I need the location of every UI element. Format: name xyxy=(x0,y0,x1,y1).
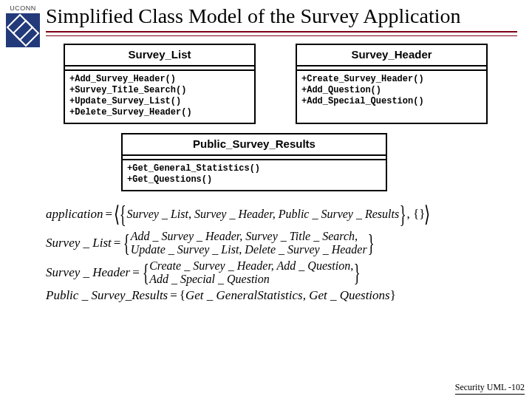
class-name: Survey_List xyxy=(65,45,254,66)
uml-center-row: Public_Survey_Results +Get_General_Stati… xyxy=(46,129,532,199)
footer-text: Security UML -102 xyxy=(455,382,525,395)
formula-eq: = xyxy=(112,236,123,250)
brace-right-icon: } xyxy=(354,260,361,285)
brace-left-icon: { xyxy=(120,202,126,227)
uml-class-survey-header: Survey_Header +Create_Survey_Header() +A… xyxy=(296,44,488,124)
page-title: Simplified Class Model of the Survey App… xyxy=(46,0,532,31)
formula-lhs: Survey _ List xyxy=(46,236,112,250)
formula-public-survey-results: Public _ Survey_Results = { Get _ Genera… xyxy=(46,289,519,302)
org-label: UCONN xyxy=(6,4,40,12)
formula-eq: = xyxy=(168,289,180,302)
class-operations: +Add_Survey_Header() +Survey_Title_Searc… xyxy=(65,71,254,123)
logo-icon xyxy=(6,13,40,47)
class-name: Survey_Header xyxy=(297,45,486,66)
title-rule xyxy=(46,31,517,36)
brace-left-icon: { xyxy=(143,260,149,285)
brace-left-icon: { xyxy=(180,289,185,302)
brace-set: { Create _ Survey _ Header, Add _ Questi… xyxy=(142,259,361,286)
formula-set: Add _ Survey _ Header, Survey _ Title _ … xyxy=(131,230,367,256)
formula-lhs: Public _ Survey_Results xyxy=(46,289,168,302)
formula-line: Update _ Survey _ List, Delete _ Survey … xyxy=(131,243,367,256)
uml-class-public-survey-results: Public_Survey_Results +Get_General_Stati… xyxy=(121,133,387,191)
formula-survey-list: Survey _ List = { Add _ Survey _ Header,… xyxy=(46,230,519,256)
formula-line: Add _ Survey _ Header, Survey _ Title _ … xyxy=(131,230,358,242)
formula-tail: , {} xyxy=(407,208,426,221)
brace-set: { Survey _ List, Survey _ Header, Public… xyxy=(119,202,406,227)
formula-eq: = xyxy=(103,208,115,221)
formula-survey-header: Survey _ Header = { Create _ Survey _ He… xyxy=(46,259,519,286)
brace-right-icon: } xyxy=(367,231,374,256)
formula-set: Survey _ List, Survey _ Header, Public _… xyxy=(126,208,399,221)
class-operations: +Get_General_Statistics() +Get_Questions… xyxy=(123,160,386,190)
formula-block: application = ⟨ { Survey _ List, Survey … xyxy=(46,199,532,301)
brace-right-icon: } xyxy=(400,202,406,227)
formula-lhs: Survey _ Header xyxy=(46,266,130,279)
uml-class-survey-list: Survey_List +Add_Survey_Header() +Survey… xyxy=(64,44,256,124)
brace-left-icon: { xyxy=(123,231,130,256)
class-operations: +Create_Survey_Header() +Add_Question() … xyxy=(297,71,486,112)
logo: UCONN xyxy=(6,4,40,62)
brace-set: { Add _ Survey _ Header, Survey _ Title … xyxy=(123,230,375,256)
slide: UCONN Simplified Class Model of the Surv… xyxy=(0,0,532,399)
uml-top-row: Survey_List +Add_Survey_Header() +Survey… xyxy=(46,44,532,129)
formula-set: Create _ Survey _ Header, Add _ Question… xyxy=(149,259,353,286)
class-name: Public_Survey_Results xyxy=(123,134,386,156)
formula-line: Create _ Survey _ Header, Add _ Question… xyxy=(149,259,353,272)
formula-eq: = xyxy=(130,266,142,279)
angle-bracket-right-icon: ⟩ xyxy=(424,203,430,225)
formula-set: Get _ GeneralStatistics, Get _ Questions xyxy=(185,289,390,302)
formula-line: Add _ Special _ Question xyxy=(149,273,270,285)
formula-lhs: application xyxy=(46,208,103,221)
formula-application: application = ⟨ { Survey _ List, Survey … xyxy=(46,202,519,227)
brace-right-icon: } xyxy=(390,289,396,302)
